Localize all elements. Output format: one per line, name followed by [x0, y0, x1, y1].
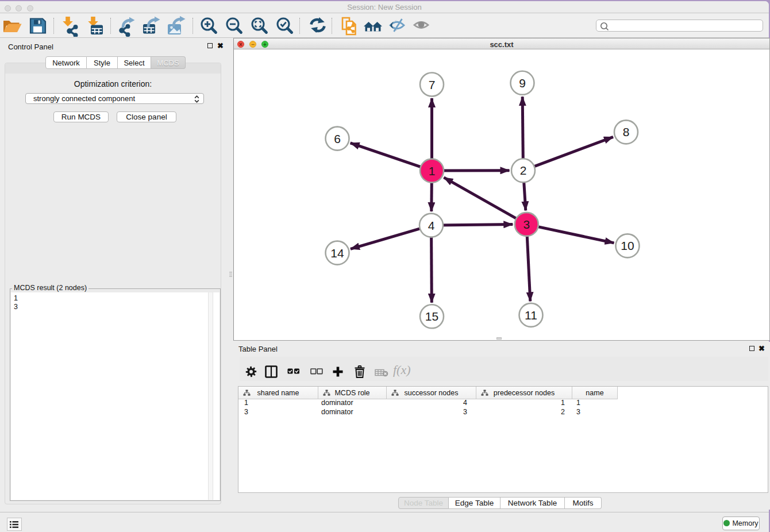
svg-text:4: 4 [428, 219, 435, 232]
svg-text:8: 8 [623, 125, 630, 138]
svg-text:10: 10 [621, 239, 634, 252]
svg-text:2: 2 [520, 164, 527, 177]
svg-text:1: 1 [429, 164, 436, 178]
svg-text:3: 3 [523, 218, 530, 231]
svg-text:14: 14 [330, 246, 344, 260]
svg-text:15: 15 [425, 310, 438, 323]
svg-text:9: 9 [519, 76, 526, 90]
svg-text:7: 7 [429, 78, 436, 91]
svg-text:6: 6 [334, 132, 341, 145]
svg-text:11: 11 [525, 309, 537, 322]
